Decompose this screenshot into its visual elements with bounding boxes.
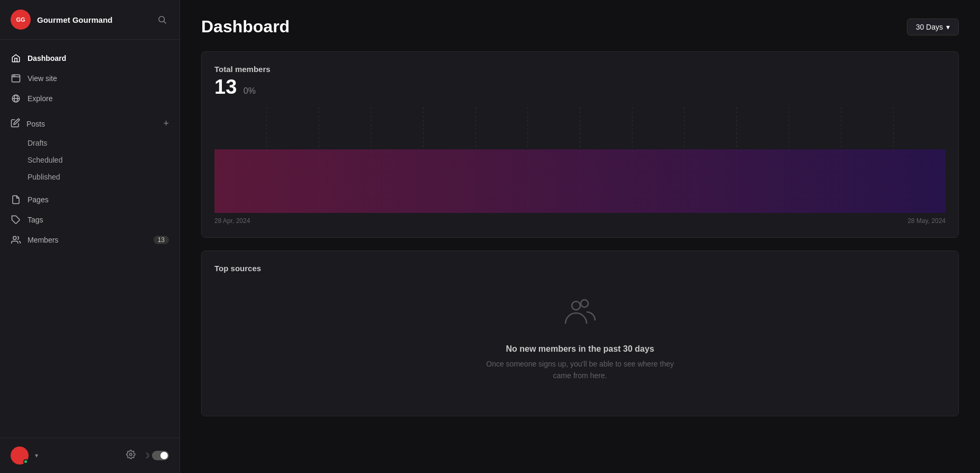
sidebar-item-posts[interactable]: Posts +: [0, 113, 179, 135]
people-icon: [563, 296, 597, 336]
members-chart-svg: [214, 107, 946, 213]
no-data-title: No new members in the past 30 days: [506, 344, 654, 354]
sidebar-item-members[interactable]: Members 13: [0, 230, 179, 250]
chevron-down-icon: ▾: [946, 23, 950, 31]
main-content: Dashboard 30 Days ▾ Total members 13 0%: [180, 0, 980, 473]
user-menu-chevron[interactable]: ▾: [35, 452, 38, 459]
pages-icon: [11, 195, 21, 204]
online-indicator: [23, 459, 28, 464]
external-link-icon: [11, 74, 21, 83]
page-header: Dashboard 30 Days ▾: [201, 17, 959, 37]
brand-logo: GG: [11, 10, 31, 30]
svg-point-11: [130, 453, 132, 456]
total-members-card: Total members 13 0%: [201, 51, 959, 238]
top-sources-empty-state: No new members in the past 30 days Once …: [214, 275, 946, 403]
svg-point-28: [581, 300, 588, 307]
no-data-sub: Once someone signs up, you'll be able to…: [480, 358, 681, 382]
sidebar-item-view-site[interactable]: View site: [0, 68, 179, 88]
new-post-button[interactable]: +: [163, 118, 169, 129]
sidebar-item-tags[interactable]: Tags: [0, 210, 179, 230]
chart-area: [214, 107, 946, 213]
user-avatar[interactable]: [11, 447, 29, 465]
chart-date-start: 28 Apr, 2024: [214, 217, 250, 225]
svg-line-1: [164, 21, 166, 23]
tag-icon: [11, 215, 21, 225]
top-sources-card: Top sources No new members in the past 3…: [201, 251, 959, 416]
settings-icon[interactable]: [126, 450, 136, 461]
home-icon: [11, 53, 21, 63]
theme-toggle-pill[interactable]: [152, 451, 169, 460]
page-title: Dashboard: [201, 17, 290, 37]
members-badge: 13: [154, 236, 169, 244]
chart-stat-value: 13: [214, 76, 237, 99]
brand-name: Gourmet Gourmand: [37, 15, 149, 24]
svg-point-0: [159, 16, 165, 22]
sidebar-item-drafts[interactable]: Drafts: [0, 135, 179, 151]
days-selector-button[interactable]: 30 Days ▾: [907, 19, 959, 35]
chart-stat-pct: 0%: [244, 86, 256, 95]
top-sources-title: Top sources: [214, 264, 946, 273]
members-icon: [11, 235, 21, 245]
sidebar-nav: Dashboard View site: [0, 40, 179, 438]
search-button[interactable]: [155, 13, 169, 26]
chart-card-title: Total members: [214, 65, 946, 74]
sidebar-item-pages[interactable]: Pages: [0, 190, 179, 210]
sidebar-item-scheduled[interactable]: Scheduled: [0, 151, 179, 168]
chart-dates: 28 Apr, 2024 28 May, 2024: [214, 217, 946, 225]
sidebar-item-explore[interactable]: Explore: [0, 88, 179, 109]
chart-date-end: 28 May, 2024: [907, 217, 946, 225]
svg-point-27: [572, 301, 580, 310]
sidebar-header: GG Gourmet Gourmand: [0, 0, 179, 40]
theme-toggle[interactable]: ☽: [143, 451, 169, 460]
posts-icon: [11, 118, 20, 129]
svg-rect-25: [214, 149, 946, 213]
sidebar-item-published[interactable]: Published: [0, 168, 179, 185]
sidebar-bottom: ▾ ☽: [0, 438, 179, 473]
sidebar-item-dashboard[interactable]: Dashboard: [0, 48, 179, 68]
sidebar: GG Gourmet Gourmand Dashboard: [0, 0, 180, 473]
svg-point-10: [13, 236, 16, 239]
moon-icon: ☽: [143, 451, 150, 460]
globe-icon: [11, 94, 21, 103]
sidebar-bottom-actions: ☽: [126, 450, 169, 461]
